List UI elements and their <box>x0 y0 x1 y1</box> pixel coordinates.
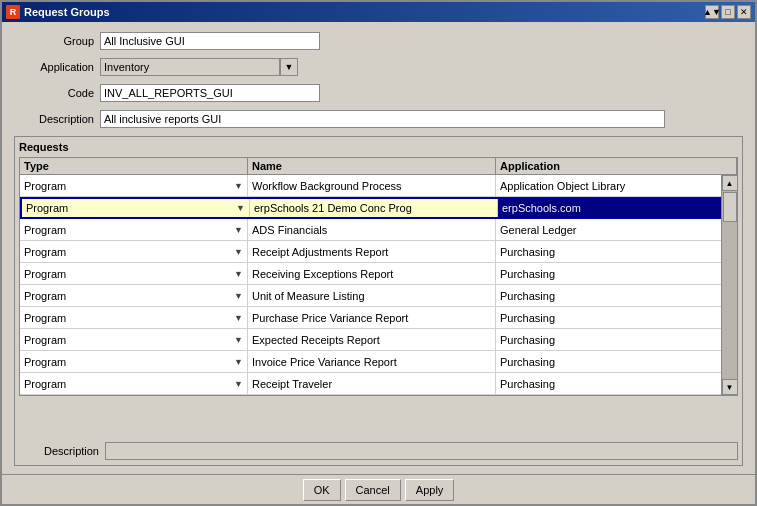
scroll-thumb[interactable] <box>723 192 737 222</box>
code-row: Code <box>14 82 743 104</box>
cell-application: Purchasing <box>496 351 737 372</box>
cell-type: Program▼ <box>20 307 248 328</box>
maximize-button[interactable]: □ <box>721 5 735 19</box>
requests-title: Requests <box>19 141 738 153</box>
title-bar: R Request Groups ▲▼ □ ✕ <box>2 2 755 22</box>
scroll-down-btn[interactable]: ▼ <box>722 379 738 395</box>
apply-button[interactable]: Apply <box>405 479 455 501</box>
application-label: Application <box>14 61 94 73</box>
cell-name: Unit of Measure Listing <box>248 285 496 306</box>
minimize-button[interactable]: ▲▼ <box>705 5 719 19</box>
cell-name: Workflow Background Process <box>248 175 496 196</box>
cell-type: Program▼ <box>20 351 248 372</box>
cell-type: Program▼ <box>20 241 248 262</box>
table-row[interactable]: Program▼ Expected Receipts Report Purcha… <box>20 329 737 351</box>
table-row[interactable]: Program▼ Receipt Traveler Purchasing <box>20 373 737 395</box>
cell-type: Program▼ <box>20 285 248 306</box>
cell-name: Invoice Price Variance Report <box>248 351 496 372</box>
application-row: Application ▼ <box>14 56 743 78</box>
description-row: Description <box>14 108 743 130</box>
cell-application: Purchasing <box>496 285 737 306</box>
cell-application: Purchasing <box>496 373 737 394</box>
cell-application: Purchasing <box>496 329 737 350</box>
table-scrollbar[interactable]: ▲ ▼ <box>721 175 737 395</box>
cell-application: Purchasing <box>496 241 737 262</box>
table-row[interactable]: Program▼ Workflow Background Process App… <box>20 175 737 197</box>
cell-type: Program▼ <box>20 373 248 394</box>
bottom-bar: OK Cancel Apply <box>2 474 755 504</box>
description-label: Description <box>14 113 94 125</box>
table-row[interactable]: Program▼ erpSchools 21 Demo Conc Prog er… <box>20 197 737 219</box>
title-bar-left: R Request Groups <box>6 5 110 19</box>
cancel-button[interactable]: Cancel <box>345 479 401 501</box>
requests-table: Type Name Application Program▼ Workflow … <box>19 157 738 396</box>
bottom-description-input[interactable] <box>105 442 738 460</box>
close-button[interactable]: ✕ <box>737 5 751 19</box>
table-row[interactable]: Program▼ Purchase Price Variance Report … <box>20 307 737 329</box>
code-input[interactable] <box>100 84 320 102</box>
cell-application: Purchasing <box>496 307 737 328</box>
group-row: Group <box>14 30 743 52</box>
requests-table-wrapper: Type Name Application Program▼ Workflow … <box>19 157 738 435</box>
bottom-description-row: Description <box>19 441 738 461</box>
cell-name: Purchase Price Variance Report <box>248 307 496 328</box>
table-body: Program▼ Workflow Background Process App… <box>20 175 737 395</box>
table-row[interactable]: Program▼ Invoice Price Variance Report P… <box>20 351 737 373</box>
scroll-up-btn[interactable]: ▲ <box>722 175 738 191</box>
application-field: ▼ <box>100 58 298 76</box>
table-row[interactable]: Program▼ Receipt Adjustments Report Purc… <box>20 241 737 263</box>
cell-type: Program▼ <box>20 263 248 284</box>
col-application: Application <box>496 158 737 174</box>
cell-name: erpSchools 21 Demo Conc Prog <box>250 199 498 217</box>
cell-name: Receiving Exceptions Report <box>248 263 496 284</box>
table-row[interactable]: Program▼ Unit of Measure Listing Purchas… <box>20 285 737 307</box>
code-label: Code <box>14 87 94 99</box>
window-title: Request Groups <box>24 6 110 18</box>
cell-application: General Ledger <box>496 219 737 240</box>
cell-name: Expected Receipts Report <box>248 329 496 350</box>
cell-type: Program▼ <box>20 329 248 350</box>
cell-name: ADS Financials <box>248 219 496 240</box>
title-bar-controls: ▲▼ □ ✕ <box>705 5 751 19</box>
window-icon: R <box>6 5 20 19</box>
request-groups-window: R Request Groups ▲▼ □ ✕ Group Applicatio… <box>0 0 757 506</box>
description-input[interactable] <box>100 110 665 128</box>
table-header: Type Name Application <box>20 158 737 175</box>
cell-application: Application Object Library <box>496 175 737 196</box>
table-row[interactable]: Program▼ Receiving Exceptions Report Pur… <box>20 263 737 285</box>
application-dropdown-btn[interactable]: ▼ <box>280 58 298 76</box>
bottom-description-label: Description <box>19 445 99 457</box>
cell-type: Program▼ <box>22 199 250 217</box>
cell-application: erpSchools.com <box>498 199 735 217</box>
cell-name: Receipt Traveler <box>248 373 496 394</box>
window-content: Group Application ▼ Code Description Req… <box>2 22 755 474</box>
group-label: Group <box>14 35 94 47</box>
cell-name: Receipt Adjustments Report <box>248 241 496 262</box>
application-input[interactable] <box>100 58 280 76</box>
col-name: Name <box>248 158 496 174</box>
table-row[interactable]: Program▼ ADS Financials General Ledger <box>20 219 737 241</box>
col-type: Type <box>20 158 248 174</box>
group-input[interactable] <box>100 32 320 50</box>
cell-type: Program▼ <box>20 219 248 240</box>
requests-section: Requests Type Name Application Pro <box>14 136 743 466</box>
cell-type: Program▼ <box>20 175 248 196</box>
ok-button[interactable]: OK <box>303 479 341 501</box>
scroll-track <box>722 191 737 379</box>
cell-application: Purchasing <box>496 263 737 284</box>
